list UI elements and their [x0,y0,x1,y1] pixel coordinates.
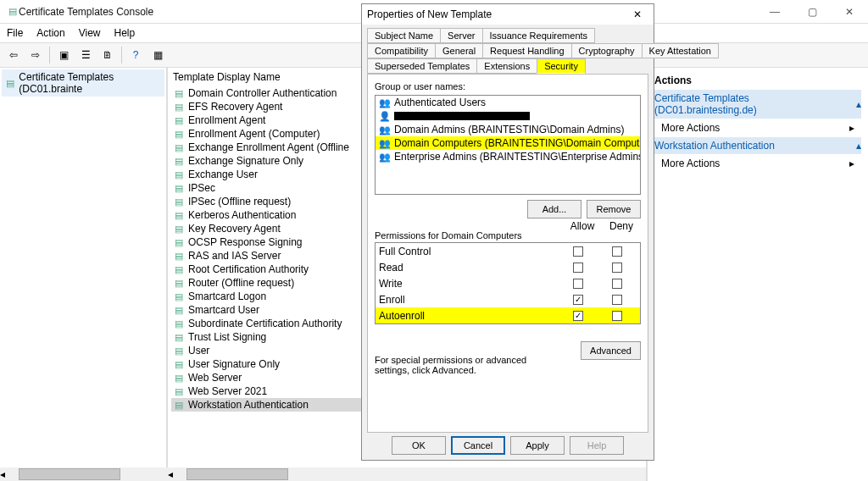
permission-row: Enroll✓ [376,291,640,307]
tab-cryptography[interactable]: Cryptography [571,43,643,58]
group-row[interactable]: 👥Domain Admins (BRAINTESTING\Domain Admi… [376,123,640,136]
allow-checkbox[interactable]: ✓ [573,311,583,321]
tab-security[interactable]: Security [537,58,586,74]
deny-checkbox[interactable] [612,246,622,257]
maximize-button[interactable]: ▢ [793,0,831,24]
allow-checkbox[interactable]: ✓ [573,295,583,305]
allow-checkbox[interactable] [573,263,583,273]
group-row[interactable]: 👥Authenticated Users [376,96,640,109]
template-label: Exchange Enrollment Agent (Offline [188,141,349,153]
template-label: Domain Controller Authentication [188,87,337,99]
group-icon: 👥 [379,124,391,135]
allow-checkbox[interactable] [573,246,583,257]
template-label: EFS Recovery Agent [188,101,282,113]
template-icon: ▤ [173,155,185,167]
template-icon: ▤ [173,87,185,99]
template-icon: ▤ [173,169,185,180]
redacted-text [394,112,530,120]
nav-tree[interactable]: ▤ Certificate Templates (DC01.brainte ◂ [0,68,168,481]
group-row[interactable]: 👤 [376,109,640,123]
group-label: Enterprise Admins (BRAINTESTING\Enterpri… [394,151,641,163]
deny-checkbox[interactable] [612,311,622,321]
template-label: Enrollment Agent [188,114,265,126]
template-label: User Signature Only [188,358,280,370]
menu-view[interactable]: View [79,27,101,39]
ok-button[interactable]: OK [392,436,446,455]
template-label: Exchange Signature Only [188,155,303,167]
deny-checkbox[interactable] [612,263,622,273]
app-icon: ▤ [7,6,19,18]
tab-compatibility[interactable]: Compatibility [367,43,436,58]
actions-panel: Actions Certificate Templates (DC01.brai… [648,68,868,481]
actions-group1-label: Certificate Templates (DC01.braintesting… [654,92,853,116]
tab-request-handling[interactable]: Request Handling [482,43,571,58]
group-row[interactable]: 👥Enterprise Admins (BRAINTESTING\Enterpr… [376,150,640,163]
remove-button[interactable]: Remove [587,200,641,218]
close-button[interactable]: ✕ [831,0,868,24]
permission-row: Read [376,259,640,275]
dialog-close-button[interactable]: ✕ [626,6,648,23]
group-listbox[interactable]: 👥Authenticated Users👤👥Domain Admins (BRA… [375,95,641,195]
permissions-label: Permissions for Domain Computers [375,230,563,240]
menu-file[interactable]: File [7,27,23,39]
template-icon: ▤ [173,114,185,126]
minimize-button[interactable]: — [756,0,793,24]
menu-help[interactable]: Help [114,27,136,39]
template-icon: ▤ [173,304,185,316]
actions-group-workstation-auth[interactable]: Workstation Authentication ▴ [654,137,861,154]
template-icon: ▤ [173,196,185,207]
advanced-button[interactable]: Advanced [581,341,641,360]
template-label: Workstation Authentication [188,399,309,411]
tab-general[interactable]: General [435,43,483,58]
template-icon: ▤ [173,290,185,302]
tab-superseded-templates[interactable]: Superseded Templates [367,58,477,74]
group-row[interactable]: 👥Domain Computers (BRAINTESTING\Domain C… [376,136,640,150]
apply-button[interactable]: Apply [510,436,565,455]
template-label: Router (Offline request) [188,277,294,289]
mid-hscroll[interactable]: ◂ [168,467,646,481]
separator [49,47,50,64]
actions-group-cert-templates[interactable]: Certificate Templates (DC01.braintesting… [654,90,861,119]
tab-issuance-requirements[interactable]: Issuance Requirements [482,28,596,43]
template-label: Trust List Signing [188,331,266,343]
list-view-button[interactable]: ☰ [75,45,96,65]
collapse-icon: ▴ [856,98,861,110]
refresh-button[interactable]: ▦ [147,45,168,65]
template-label: Key Recovery Agent [188,223,281,235]
template-label: Root Certification Authority [188,263,309,275]
more-actions-2[interactable]: More Actions ▸ [654,154,861,173]
template-icon: ▤ [173,372,185,384]
template-label: User [188,345,209,357]
template-icon: ▤ [173,345,185,357]
export-button[interactable]: 🗎 [97,45,118,65]
deny-checkbox[interactable] [612,295,622,305]
allow-checkbox[interactable] [573,279,583,289]
nav-root[interactable]: ▤ Certificate Templates (DC01.brainte [2,69,164,97]
group-label: Domain Admins (BRAINTESTING\Domain Admin… [394,124,624,135]
help-button[interactable]: ? [125,45,146,65]
forward-button[interactable]: ⇨ [25,45,46,65]
back-button[interactable]: ⇦ [3,45,24,65]
more-actions-1[interactable]: More Actions ▸ [654,119,861,137]
tab-server[interactable]: Server [440,28,482,43]
tab-extensions[interactable]: Extensions [476,58,537,74]
permission-name: Autoenroll [379,310,559,322]
tab-subject-name[interactable]: Subject Name [367,28,441,43]
tab-key-attestation[interactable]: Key Attestation [642,43,719,58]
menu-action[interactable]: Action [36,27,64,39]
nav-hscroll[interactable]: ◂ [0,467,168,481]
dialog-title: Properties of New Template [367,8,626,20]
template-icon: ▤ [173,263,185,275]
template-label: IPSec (Offline request) [188,196,291,207]
actions-header: Actions [654,71,861,90]
cancel-button[interactable]: Cancel [451,436,505,455]
show-hide-tree-button[interactable]: ▣ [53,45,74,65]
permission-name: Read [379,262,559,274]
add-button[interactable]: Add... [527,200,581,218]
group-icon: 👥 [379,137,391,149]
template-icon: ▤ [173,209,185,221]
collapse-icon: ▴ [856,140,861,152]
template-icon: ▤ [173,128,185,140]
permission-name: Write [379,278,559,290]
deny-checkbox[interactable] [612,279,622,289]
